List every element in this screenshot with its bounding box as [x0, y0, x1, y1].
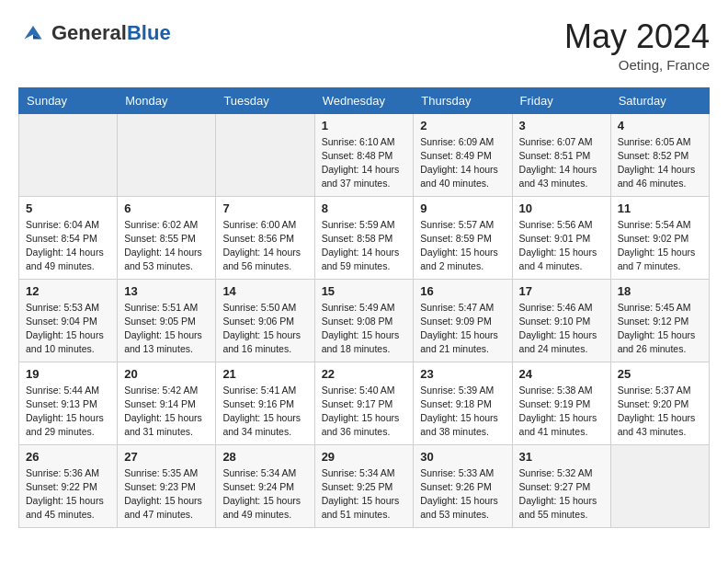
day-info: Sunrise: 5:34 AMSunset: 9:24 PMDaylight:… [222, 466, 307, 523]
column-header-wednesday: Wednesday [314, 87, 414, 113]
day-info: Sunrise: 6:10 AMSunset: 8:48 PMDaylight:… [322, 135, 407, 191]
calendar-cell: 12Sunrise: 5:53 AMSunset: 9:04 PMDayligh… [19, 279, 118, 362]
day-number: 20 [124, 367, 209, 381]
column-header-tuesday: Tuesday [216, 87, 314, 113]
calendar-cell: 10Sunrise: 5:56 AMSunset: 9:01 PMDayligh… [512, 196, 610, 279]
day-number: 9 [420, 201, 505, 215]
day-info: Sunrise: 5:45 AMSunset: 9:12 PMDaylight:… [618, 301, 702, 357]
day-info: Sunrise: 5:47 AMSunset: 9:09 PMDaylight:… [420, 301, 505, 357]
day-info: Sunrise: 6:00 AMSunset: 8:56 PMDaylight:… [222, 218, 307, 274]
day-info: Sunrise: 5:49 AMSunset: 9:08 PMDaylight:… [322, 301, 407, 357]
calendar-cell: 28Sunrise: 5:34 AMSunset: 9:24 PMDayligh… [216, 444, 314, 527]
day-number: 24 [519, 367, 604, 381]
calendar-cell: 11Sunrise: 5:54 AMSunset: 9:02 PMDayligh… [610, 196, 709, 279]
day-number: 31 [519, 450, 604, 464]
column-header-thursday: Thursday [414, 87, 512, 113]
calendar-cell: 29Sunrise: 5:34 AMSunset: 9:25 PMDayligh… [314, 444, 414, 527]
logo-icon [18, 18, 48, 48]
column-header-friday: Friday [512, 87, 610, 113]
calendar-cell: 16Sunrise: 5:47 AMSunset: 9:09 PMDayligh… [414, 279, 512, 362]
day-info: Sunrise: 5:39 AMSunset: 9:18 PMDaylight:… [420, 384, 505, 440]
day-number: 12 [26, 284, 110, 298]
calendar-cell: 5Sunrise: 6:04 AMSunset: 8:54 PMDaylight… [19, 196, 118, 279]
day-info: Sunrise: 5:38 AMSunset: 9:19 PMDaylight:… [519, 384, 604, 440]
day-number: 22 [322, 367, 407, 381]
calendar-cell: 26Sunrise: 5:36 AMSunset: 9:22 PMDayligh… [19, 444, 118, 527]
month-year: May 2024 [564, 18, 710, 55]
day-info: Sunrise: 6:05 AMSunset: 8:52 PMDaylight:… [618, 135, 702, 191]
calendar-cell: 4Sunrise: 6:05 AMSunset: 8:52 PMDaylight… [610, 113, 709, 196]
logo-text: GeneralBlue [51, 22, 171, 44]
calendar-cell: 27Sunrise: 5:35 AMSunset: 9:23 PMDayligh… [118, 444, 216, 527]
location: Oeting, France [564, 57, 710, 73]
calendar-cell: 3Sunrise: 6:07 AMSunset: 8:51 PMDaylight… [512, 113, 610, 196]
calendar-cell: 18Sunrise: 5:45 AMSunset: 9:12 PMDayligh… [610, 279, 709, 362]
calendar-cell: 9Sunrise: 5:57 AMSunset: 8:59 PMDaylight… [414, 196, 512, 279]
calendar-cell: 23Sunrise: 5:39 AMSunset: 9:18 PMDayligh… [414, 362, 512, 444]
day-info: Sunrise: 5:56 AMSunset: 9:01 PMDaylight:… [519, 218, 604, 274]
day-number: 2 [420, 119, 505, 132]
calendar-cell: 8Sunrise: 5:59 AMSunset: 8:58 PMDaylight… [314, 196, 414, 279]
column-header-monday: Monday [118, 87, 216, 113]
calendar-cell: 2Sunrise: 6:09 AMSunset: 8:49 PMDaylight… [414, 113, 512, 196]
day-info: Sunrise: 5:50 AMSunset: 9:06 PMDaylight:… [222, 301, 307, 357]
calendar-week-row: 1Sunrise: 6:10 AMSunset: 8:48 PMDaylight… [19, 113, 710, 196]
day-number: 17 [519, 284, 604, 298]
calendar-cell: 7Sunrise: 6:00 AMSunset: 8:56 PMDaylight… [216, 196, 314, 279]
day-info: Sunrise: 5:37 AMSunset: 9:20 PMDaylight:… [618, 384, 702, 440]
calendar-cell: 20Sunrise: 5:42 AMSunset: 9:14 PMDayligh… [118, 362, 216, 444]
calendar-cell [216, 113, 314, 196]
day-info: Sunrise: 5:57 AMSunset: 8:59 PMDaylight:… [420, 218, 505, 274]
day-info: Sunrise: 5:32 AMSunset: 9:27 PMDaylight:… [519, 466, 604, 523]
day-info: Sunrise: 6:04 AMSunset: 8:54 PMDaylight:… [26, 218, 110, 274]
page-header: GeneralBlue May 2024 Oeting, France [18, 18, 710, 73]
title-block: May 2024 Oeting, France [564, 18, 710, 73]
day-number: 28 [222, 450, 307, 464]
day-number: 1 [322, 119, 407, 132]
day-number: 30 [420, 450, 505, 464]
calendar-cell: 19Sunrise: 5:44 AMSunset: 9:13 PMDayligh… [19, 362, 118, 444]
calendar-cell: 21Sunrise: 5:41 AMSunset: 9:16 PMDayligh… [216, 362, 314, 444]
day-info: Sunrise: 5:42 AMSunset: 9:14 PMDaylight:… [124, 384, 209, 440]
day-number: 26 [26, 450, 110, 464]
calendar-cell: 15Sunrise: 5:49 AMSunset: 9:08 PMDayligh… [314, 279, 414, 362]
day-info: Sunrise: 5:36 AMSunset: 9:22 PMDaylight:… [26, 466, 110, 523]
day-number: 27 [124, 450, 209, 464]
calendar-header-row: SundayMondayTuesdayWednesdayThursdayFrid… [19, 87, 710, 113]
calendar-week-row: 5Sunrise: 6:04 AMSunset: 8:54 PMDaylight… [19, 196, 710, 279]
day-info: Sunrise: 5:51 AMSunset: 9:05 PMDaylight:… [124, 301, 209, 357]
logo-general: General [51, 22, 127, 44]
day-number: 25 [618, 367, 702, 381]
day-number: 23 [420, 367, 505, 381]
day-info: Sunrise: 5:41 AMSunset: 9:16 PMDaylight:… [222, 384, 307, 440]
day-number: 4 [618, 119, 702, 132]
calendar-cell: 13Sunrise: 5:51 AMSunset: 9:05 PMDayligh… [118, 279, 216, 362]
day-number: 14 [222, 284, 307, 298]
day-number: 16 [420, 284, 505, 298]
calendar-cell: 6Sunrise: 6:02 AMSunset: 8:55 PMDaylight… [118, 196, 216, 279]
column-header-saturday: Saturday [610, 87, 709, 113]
column-header-sunday: Sunday [19, 87, 118, 113]
day-number: 8 [322, 201, 407, 215]
calendar-table: SundayMondayTuesdayWednesdayThursdayFrid… [18, 87, 710, 528]
day-number: 3 [519, 119, 604, 132]
calendar-cell [610, 444, 709, 527]
day-number: 5 [26, 201, 110, 215]
day-number: 21 [222, 367, 307, 381]
calendar-cell: 25Sunrise: 5:37 AMSunset: 9:20 PMDayligh… [610, 362, 709, 444]
day-number: 6 [124, 201, 209, 215]
calendar-week-row: 19Sunrise: 5:44 AMSunset: 9:13 PMDayligh… [19, 362, 710, 444]
day-number: 7 [222, 201, 307, 215]
day-number: 10 [519, 201, 604, 215]
day-info: Sunrise: 6:02 AMSunset: 8:55 PMDaylight:… [124, 218, 209, 274]
logo-blue: Blue [127, 22, 171, 44]
calendar-cell [118, 113, 216, 196]
calendar-cell: 14Sunrise: 5:50 AMSunset: 9:06 PMDayligh… [216, 279, 314, 362]
calendar-cell: 24Sunrise: 5:38 AMSunset: 9:19 PMDayligh… [512, 362, 610, 444]
calendar-cell: 30Sunrise: 5:33 AMSunset: 9:26 PMDayligh… [414, 444, 512, 527]
day-info: Sunrise: 6:07 AMSunset: 8:51 PMDaylight:… [519, 135, 604, 191]
day-info: Sunrise: 5:44 AMSunset: 9:13 PMDaylight:… [26, 384, 110, 440]
day-number: 11 [618, 201, 702, 215]
day-info: Sunrise: 5:53 AMSunset: 9:04 PMDaylight:… [26, 301, 110, 357]
day-info: Sunrise: 5:33 AMSunset: 9:26 PMDaylight:… [420, 466, 505, 523]
